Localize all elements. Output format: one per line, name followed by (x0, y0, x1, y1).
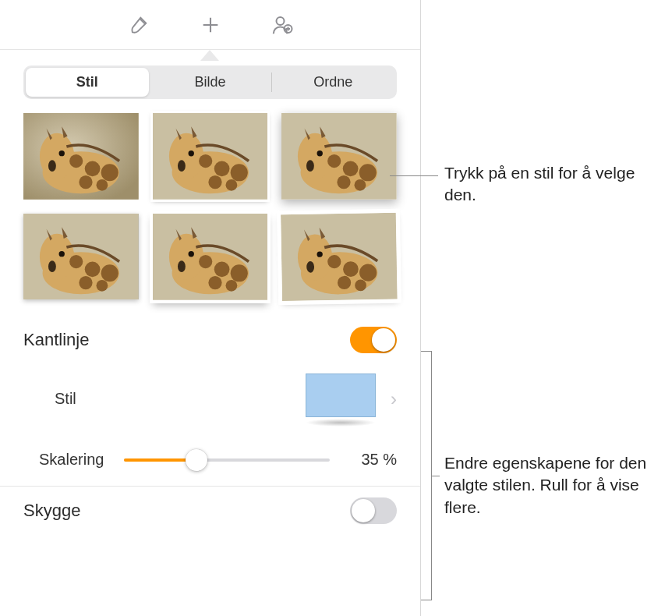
toolbar (0, 0, 420, 50)
svg-point-12 (97, 179, 108, 191)
svg-point-30 (359, 164, 377, 181)
svg-point-18 (199, 154, 212, 168)
svg-point-26 (306, 160, 314, 172)
chevron-right-icon: › (391, 388, 397, 410)
svg-point-36 (48, 260, 56, 272)
format-panel: Stil Bilde Ordne Kantlinje Stil (0, 0, 421, 616)
svg-point-11 (79, 175, 92, 189)
scale-label: Skalering (39, 451, 104, 469)
svg-point-50 (230, 264, 247, 281)
svg-point-48 (199, 255, 212, 268)
svg-point-47 (188, 251, 193, 257)
svg-point-25 (298, 133, 332, 179)
svg-point-37 (59, 251, 65, 257)
svg-point-7 (59, 150, 65, 156)
border-style-preview (302, 372, 380, 427)
style-option-1[interactable] (23, 113, 139, 200)
border-row: Kantlinje (0, 316, 420, 364)
callout-bracket (421, 351, 432, 600)
svg-point-17 (188, 150, 193, 156)
add-icon[interactable] (198, 12, 223, 37)
tab-bar: Stil Bilde Ordne (23, 65, 397, 99)
tab-ordne[interactable]: Ordne (271, 68, 394, 97)
tab-stil[interactable]: Stil (26, 68, 149, 97)
svg-point-46 (178, 260, 186, 272)
scale-slider[interactable] (124, 448, 330, 472)
shadow-label: Skygge (23, 501, 80, 521)
svg-point-27 (317, 150, 323, 156)
shadow-toggle[interactable] (350, 497, 397, 524)
style-option-2[interactable] (153, 113, 268, 200)
callout-line-2 (432, 476, 440, 476)
svg-point-0 (276, 17, 284, 25)
border-label: Kantlinje (23, 330, 89, 350)
style-grid (0, 113, 420, 316)
shadow-row: Skygge (0, 487, 420, 535)
tab-bilde[interactable]: Bilde (149, 68, 272, 97)
svg-point-49 (214, 261, 229, 277)
style-option-5[interactable] (153, 214, 268, 300)
border-style-label: Stil (39, 390, 76, 408)
border-toggle[interactable] (350, 327, 397, 353)
svg-point-35 (40, 234, 74, 280)
svg-point-15 (169, 133, 203, 179)
callout-style-tap: Trykk på en stil for å velge den. (444, 162, 663, 207)
svg-point-40 (101, 264, 118, 281)
svg-point-6 (48, 160, 56, 172)
svg-point-32 (355, 179, 366, 191)
svg-point-21 (208, 175, 221, 189)
svg-point-29 (343, 161, 359, 177)
svg-point-20 (230, 164, 247, 181)
style-option-3[interactable] (281, 113, 397, 200)
svg-point-8 (69, 154, 83, 168)
callout-line-1 (390, 175, 438, 176)
border-style-row[interactable]: Stil › (0, 364, 420, 434)
svg-point-5 (40, 133, 74, 179)
svg-point-41 (79, 276, 92, 289)
callout-properties: Endre egenskapene for den valgte stilen.… (444, 452, 670, 519)
svg-point-31 (338, 175, 351, 189)
svg-point-16 (178, 160, 186, 172)
svg-point-52 (225, 280, 237, 292)
svg-point-22 (225, 179, 237, 191)
scale-value: 35 % (350, 451, 397, 469)
svg-point-10 (101, 164, 118, 181)
svg-point-19 (214, 161, 229, 177)
svg-point-39 (85, 261, 101, 277)
scale-row: Skalering 35 % (0, 434, 420, 487)
style-option-4[interactable] (23, 214, 139, 300)
svg-point-42 (97, 280, 108, 292)
svg-point-51 (208, 276, 221, 289)
brush-icon[interactable] (126, 12, 151, 37)
svg-point-45 (169, 234, 203, 280)
svg-point-38 (69, 255, 83, 268)
style-option-6[interactable] (281, 212, 398, 300)
svg-point-9 (85, 161, 101, 177)
person-plus-icon[interactable] (270, 12, 295, 37)
svg-point-28 (327, 154, 341, 168)
panel-pointer (200, 50, 219, 61)
